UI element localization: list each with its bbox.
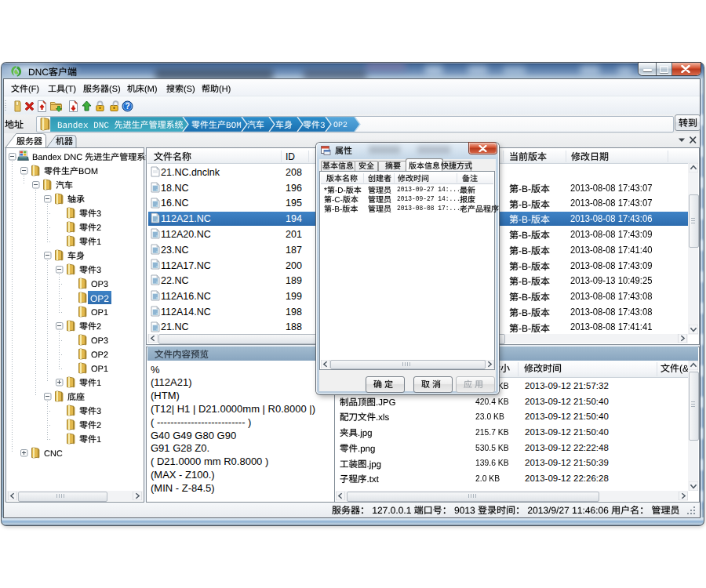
svg-text:?: ? <box>125 102 129 111</box>
